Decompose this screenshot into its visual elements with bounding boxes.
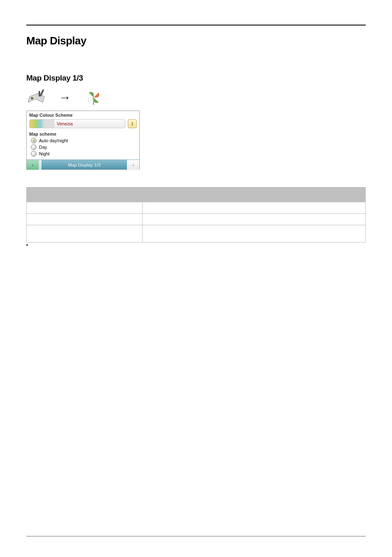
footer-title: Map Display 1/3 [42,162,127,167]
table-header-cell [27,187,143,202]
device-screenshot: Map Colour Scheme Venezia ▲ ▼ Map scheme… [26,111,140,170]
top-rule [26,25,366,25]
next-page-button[interactable]: › [127,160,139,170]
radio-label: Auto day/night [39,138,68,143]
chevron-right-icon: › [133,162,134,167]
arrow-right-icon: → [55,88,75,106]
scheme-stepper[interactable]: ▲ ▼ [128,119,137,128]
table-row [27,202,366,214]
table-cell [27,225,143,243]
table-header-row [27,187,366,202]
radio-dot-icon [31,138,37,143]
map-scheme-label: Map scheme [29,132,137,136]
chevron-down-icon: ▼ [131,124,134,126]
radio-label: Day [39,145,47,150]
scheme-selector-row: Venezia ▲ ▼ [27,119,139,130]
table-row [27,214,366,225]
prev-page-button[interactable]: ‹ [27,160,39,170]
bottom-rule [26,536,366,536]
table-cell [143,214,366,225]
document-page: Map Display Map Display 1/3 → Map [0,0,392,557]
table-cell [143,225,366,243]
scheme-name: Venezia [54,121,125,126]
device-body: Map scheme Auto day/night Day Night [27,130,139,159]
radio-auto-day-night[interactable]: Auto day/night [29,137,137,144]
table-header-cell [143,187,366,202]
heading-sub: Map Display 1/3 [26,74,366,83]
pinwheel-icon [84,88,104,106]
scheme-selector[interactable]: Venezia [29,119,125,128]
heading-main: Map Display [26,35,366,47]
radio-dot-icon [31,144,37,150]
svg-point-3 [31,97,33,99]
settings-table [26,187,366,243]
device-header: Map Colour Scheme [27,111,139,119]
chevron-left-icon: ‹ [32,162,34,167]
radio-day[interactable]: Day [29,144,137,150]
table-row [27,225,366,243]
device-footer: ‹ Map Display 1/3 › [27,159,139,169]
table-cell [27,202,143,214]
radio-dot-icon [31,151,37,157]
svg-rect-4 [93,97,94,105]
tools-map-icon [26,88,46,106]
bullet-mark [26,244,28,246]
table-cell [27,214,143,225]
radio-label: Night [39,151,50,156]
table-cell [143,202,366,214]
radio-night[interactable]: Night [29,150,137,157]
scheme-thumbnail [30,120,54,128]
breadcrumb-icons: → [26,88,366,107]
